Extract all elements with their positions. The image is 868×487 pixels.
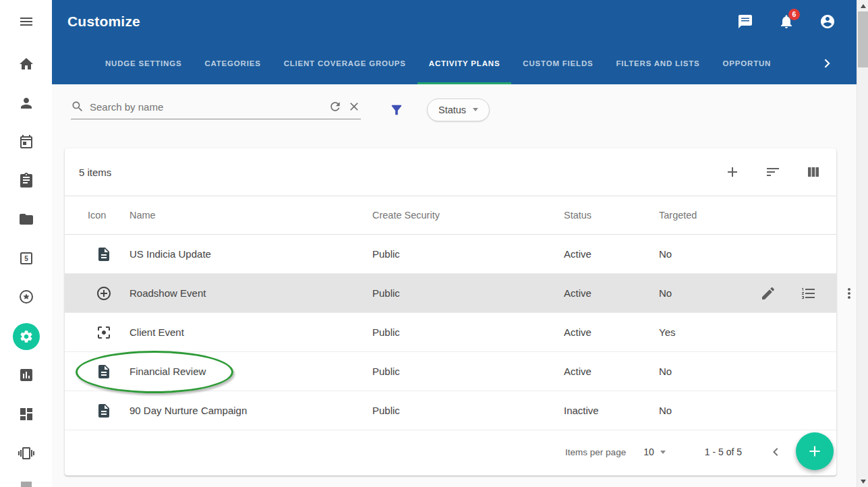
row-targeted: No xyxy=(659,405,760,416)
status-filter-label: Status xyxy=(438,105,466,115)
plus-circle-icon xyxy=(96,285,112,302)
tab-nudge-settings[interactable]: NUDGE SETTINGS xyxy=(94,42,193,84)
numbered-list-icon[interactable] xyxy=(801,285,817,302)
table-row[interactable]: US Indicia Update Public Active No xyxy=(65,235,836,274)
row-targeted: No xyxy=(659,287,760,299)
notifications-bell-icon[interactable]: 6 xyxy=(778,13,794,30)
refresh-icon[interactable] xyxy=(328,100,342,113)
document-icon xyxy=(96,246,112,262)
top-header: Customize 6 xyxy=(52,0,857,42)
scrollbar-thumb[interactable] xyxy=(858,11,868,67)
tab-opportunities[interactable]: OPPORTUN xyxy=(712,42,783,84)
document-icon xyxy=(96,403,112,419)
sort-icon[interactable] xyxy=(765,164,781,180)
edit-icon[interactable] xyxy=(760,285,776,302)
add-icon[interactable] xyxy=(724,164,741,180)
search-filter-row: Status xyxy=(52,84,857,135)
chat-icon[interactable] xyxy=(737,13,753,30)
row-status: Active xyxy=(564,287,659,299)
main-area: Customize 6 NUDGE SETTINGS CATEGORIES CL… xyxy=(52,0,857,487)
row-targeted: No xyxy=(659,248,760,260)
row-name: Financial Review xyxy=(129,366,372,377)
document-icon xyxy=(96,364,112,380)
table-row[interactable]: Financial Review Public Active No xyxy=(65,352,836,391)
chevron-down-icon xyxy=(660,451,666,454)
tabs-scroll-right-icon[interactable] xyxy=(819,42,857,84)
svg-text:5: 5 xyxy=(24,255,28,262)
row-status: Active xyxy=(564,366,659,377)
table-row[interactable]: Roadshow Event Public Active No xyxy=(65,274,836,313)
row-targeted: Yes xyxy=(659,326,760,338)
add-activity-plan-fab[interactable] xyxy=(796,432,834,470)
files-icon[interactable] xyxy=(18,211,34,227)
table-footer: Items per page 10 1 - 5 of 5 xyxy=(65,430,836,474)
columns-icon[interactable] xyxy=(805,164,821,180)
notification-badge: 6 xyxy=(788,9,800,20)
items-per-page-label: Items per page xyxy=(565,447,626,457)
forms-5-icon[interactable]: 5 xyxy=(18,250,34,266)
filter-icon[interactable] xyxy=(389,103,404,117)
row-name: 90 Day Nurture Campaign xyxy=(129,405,372,416)
tab-activity-plans[interactable]: ACTIVITY PLANS xyxy=(417,42,512,84)
row-name: Roadshow Event xyxy=(129,287,372,299)
row-name: Client Event xyxy=(129,326,372,338)
col-create-security[interactable]: Create Security xyxy=(372,210,564,221)
table-row[interactable]: Client Event Public Active Yes xyxy=(65,313,836,352)
row-security: Public xyxy=(372,366,564,377)
scroll-up-icon[interactable] xyxy=(857,0,868,11)
col-status[interactable]: Status xyxy=(564,210,659,221)
more-vert-icon[interactable] xyxy=(841,285,857,302)
table-row[interactable]: 90 Day Nurture Campaign Public Inactive … xyxy=(65,391,836,430)
dashboard-icon[interactable] xyxy=(18,406,34,422)
home-icon[interactable] xyxy=(18,56,34,72)
tab-filters-and-lists[interactable]: FILTERS AND LISTS xyxy=(604,42,711,84)
avatar[interactable] xyxy=(819,13,836,30)
card-toolbar: 5 items xyxy=(65,148,836,196)
items-count: 5 items xyxy=(79,167,111,178)
profile-icon[interactable] xyxy=(18,95,34,111)
menu-icon[interactable] xyxy=(18,13,34,30)
target-icon xyxy=(96,324,112,341)
previous-page-icon[interactable] xyxy=(768,444,784,460)
page-title: Customize xyxy=(67,13,140,30)
col-targeted[interactable]: Targeted xyxy=(659,210,760,221)
mobile-icon[interactable] xyxy=(18,445,34,461)
row-status: Active xyxy=(564,248,659,260)
customize-tabs: NUDGE SETTINGS CATEGORIES CLIENT COVERAG… xyxy=(52,42,857,84)
calendar-icon[interactable] xyxy=(18,134,34,150)
row-security: Public xyxy=(372,326,564,338)
row-security: Public xyxy=(372,405,564,416)
chevron-down-icon xyxy=(473,108,478,111)
vertical-scrollbar[interactable] xyxy=(857,0,868,487)
items-per-page-select[interactable]: 10 xyxy=(643,447,666,457)
reports-icon[interactable] xyxy=(18,367,34,383)
app-sidebar: 5 xyxy=(0,0,52,487)
scroll-down-icon[interactable] xyxy=(857,476,868,487)
row-targeted: No xyxy=(659,366,760,377)
settings-icon[interactable] xyxy=(13,323,40,350)
row-name: US Indicia Update xyxy=(129,248,372,260)
tasks-icon[interactable] xyxy=(18,172,34,188)
tab-custom-fields[interactable]: CUSTOM FIELDS xyxy=(511,42,604,84)
row-security: Public xyxy=(372,287,564,299)
pagination-range: 1 - 5 of 5 xyxy=(705,447,742,457)
status-filter-chip[interactable]: Status xyxy=(427,98,490,121)
row-actions xyxy=(760,285,868,302)
tab-client-coverage-groups[interactable]: CLIENT COVERAGE GROUPS xyxy=(272,42,417,84)
row-status: Active xyxy=(564,326,659,338)
search-box xyxy=(71,100,361,119)
tab-categories[interactable]: CATEGORIES xyxy=(193,42,272,84)
clear-search-icon[interactable] xyxy=(347,100,361,113)
customize-screen: 5 Customize 6 xyxy=(0,0,868,487)
activity-plans-card: 5 items Icon Name Create Security S xyxy=(65,148,836,476)
search-icon xyxy=(71,100,84,113)
content-area: Status 5 items xyxy=(52,84,857,487)
favorites-icon[interactable] xyxy=(18,289,34,305)
search-input[interactable] xyxy=(90,101,323,113)
row-security: Public xyxy=(372,248,564,260)
table-header-row: Icon Name Create Security Status Targete… xyxy=(65,196,836,235)
more-nav-icon[interactable] xyxy=(18,479,34,487)
row-status: Inactive xyxy=(564,405,659,416)
col-icon: Icon xyxy=(88,210,129,221)
col-name[interactable]: Name xyxy=(129,210,372,221)
